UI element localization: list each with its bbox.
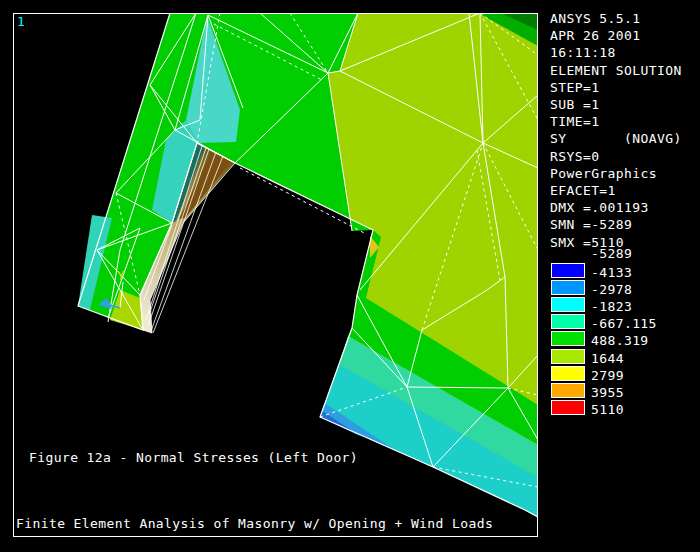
- sidebar-line: SUB =1: [550, 96, 682, 113]
- solution-info-panel: ANSYS 5.5.1APR 26 200116:11:18ELEMENT SO…: [550, 10, 682, 251]
- sidebar-line: EFACET=1: [550, 182, 682, 199]
- plot-window-number: 1: [17, 14, 25, 29]
- sidebar-line: DMX =.001193: [550, 199, 682, 216]
- sidebar-line: 16:11:18: [550, 44, 682, 61]
- sidebar-line: SY (NOAVG): [550, 130, 682, 147]
- fea-mesh: Y: [78, 13, 538, 517]
- sidebar-line: TIME=1: [550, 113, 682, 130]
- sidebar-line: ELEMENT SOLUTION: [550, 62, 682, 79]
- ansys-graphics-window: Y 1 ANSYS 5.5.1APR 26 200116:11:18ELEMEN…: [0, 0, 700, 552]
- sidebar-line: STEP=1: [550, 79, 682, 96]
- figure-caption: Figure 12a - Normal Stresses (Left Door): [29, 449, 358, 466]
- plot-title: Finite Element Analysis of Masonry w/ Op…: [16, 515, 493, 532]
- sidebar-line: SMX =5110: [550, 234, 682, 251]
- sidebar-line: APR 26 2001: [550, 27, 682, 44]
- sidebar-line: ANSYS 5.5.1: [550, 10, 682, 27]
- triad-y-label: Y: [117, 269, 125, 283]
- sidebar-line: PowerGraphics: [550, 165, 682, 182]
- sidebar-line: SMN =-5289: [550, 216, 682, 233]
- sidebar-line: RSYS=0: [550, 148, 682, 165]
